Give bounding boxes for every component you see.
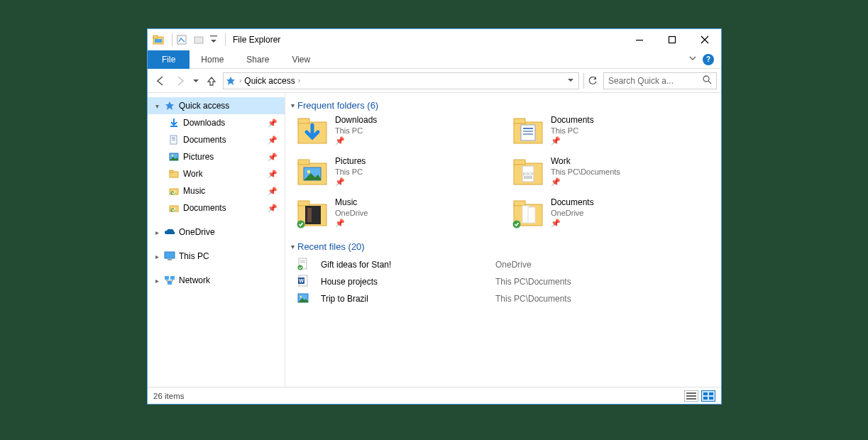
svg-marker-8 xyxy=(226,77,235,85)
status-bar: 26 items xyxy=(148,387,721,404)
details-view-button[interactable] xyxy=(684,390,698,402)
breadcrumb-separator-icon[interactable]: › xyxy=(239,77,241,84)
file-location: This PC\Documents xyxy=(495,294,714,304)
folder-location: This PC xyxy=(335,126,377,135)
tree-item-documents[interactable]: Documents 📌 xyxy=(148,131,285,148)
svg-text:W: W xyxy=(299,278,304,283)
tree-item-music[interactable]: Music 📌 xyxy=(148,182,285,199)
tree-item-pictures[interactable]: Pictures 📌 xyxy=(148,148,285,165)
svg-rect-34 xyxy=(521,125,535,141)
tree-quick-access[interactable]: ▾ Quick access xyxy=(148,97,285,114)
svg-rect-25 xyxy=(165,252,175,258)
svg-rect-2 xyxy=(155,39,162,43)
chevron-down-icon[interactable]: ▾ xyxy=(152,102,162,110)
svg-rect-27 xyxy=(165,276,169,280)
address-dropdown-icon[interactable] xyxy=(567,76,574,86)
tree-label: This PC xyxy=(177,251,209,261)
chevron-right-icon[interactable]: ▸ xyxy=(152,229,162,236)
chevron-down-icon[interactable]: ▾ xyxy=(291,243,295,251)
pin-icon: 📌 xyxy=(268,153,278,162)
navigation-pane: ▾ Quick access Downloads 📌 Documents 📌 xyxy=(148,93,285,387)
svg-rect-59 xyxy=(300,262,305,263)
svg-rect-68 xyxy=(686,398,696,400)
folder-item[interactable]: Pictures This PC 📌 xyxy=(297,156,498,187)
tree-item-downloads[interactable]: Downloads 📌 xyxy=(148,114,285,131)
svg-rect-5 xyxy=(210,35,217,36)
ribbon-expand-icon[interactable] xyxy=(688,54,697,65)
tree-label: OneDrive xyxy=(177,227,215,237)
svg-rect-29 xyxy=(167,281,172,285)
file-location: OneDrive xyxy=(495,260,714,270)
folder-item[interactable]: Documents This PC 📌 xyxy=(512,115,714,146)
recent-locations-button[interactable] xyxy=(192,77,200,84)
word-file-icon: W xyxy=(297,275,317,290)
window-title: File Explorer xyxy=(233,35,280,45)
folder-item[interactable]: Music OneDrive 📌 xyxy=(297,197,498,229)
folder-thumb-music-icon xyxy=(297,197,328,229)
svg-rect-14 xyxy=(172,137,175,138)
folder-item[interactable]: DOCX Work This PC\Documents 📌 xyxy=(512,156,714,187)
pin-icon: 📌 xyxy=(551,219,594,228)
tree-label: Documents xyxy=(182,135,226,145)
ribbon-tab-view[interactable]: View xyxy=(280,50,322,69)
svg-rect-28 xyxy=(170,276,175,280)
svg-rect-1 xyxy=(153,35,158,38)
svg-rect-69 xyxy=(703,392,708,395)
chevron-right-icon[interactable]: ▸ xyxy=(152,253,162,260)
svg-point-41 xyxy=(307,170,310,173)
tree-network[interactable]: ▸ Network xyxy=(148,272,285,289)
forward-button[interactable] xyxy=(172,72,189,89)
content-pane[interactable]: ▾ Frequent folders (6) Downloads This PC… xyxy=(285,93,721,387)
chevron-down-icon[interactable]: ▾ xyxy=(291,101,295,109)
chevron-right-icon[interactable]: ▸ xyxy=(152,277,162,285)
svg-rect-66 xyxy=(686,392,696,394)
ribbon-tab-home[interactable]: Home xyxy=(189,50,235,69)
file-explorer-window: File Explorer File Home Share View ? xyxy=(147,28,722,405)
minimize-button[interactable] xyxy=(623,29,656,50)
tree-item-documents-od[interactable]: Documents 📌 xyxy=(148,199,285,216)
file-row[interactable]: Trip to Brazil This PC\Documents xyxy=(297,290,714,307)
svg-rect-15 xyxy=(172,138,175,139)
folder-thumb-docx-icon: DOCX xyxy=(512,156,544,187)
folder-item[interactable]: Downloads This PC 📌 xyxy=(297,115,498,146)
help-icon[interactable]: ? xyxy=(703,54,714,65)
ribbon-tab-share[interactable]: Share xyxy=(235,50,280,69)
search-box[interactable]: Search Quick a... xyxy=(603,72,717,89)
icons-view-button[interactable] xyxy=(701,390,715,402)
file-row[interactable]: Gift ideas for Stan! OneDrive xyxy=(297,256,714,273)
qat-dropdown-icon[interactable] xyxy=(209,33,218,46)
new-folder-icon[interactable] xyxy=(192,33,205,46)
pin-icon: 📌 xyxy=(551,177,620,187)
svg-rect-12 xyxy=(170,126,177,127)
address-bar[interactable]: › Quick access › xyxy=(223,72,579,89)
file-row[interactable]: W House projects This PC\Documents xyxy=(297,273,714,290)
close-button[interactable] xyxy=(688,29,721,50)
app-icon xyxy=(152,33,165,46)
tree-this-pc[interactable]: ▸ This PC xyxy=(148,248,285,265)
back-button[interactable] xyxy=(152,72,169,89)
folder-item[interactable]: Documents OneDrive 📌 xyxy=(512,197,714,229)
properties-icon[interactable] xyxy=(175,33,188,46)
folder-thumb-folder-icon xyxy=(512,197,544,229)
ribbon-tabs: File Home Share View ? xyxy=(148,50,721,69)
group-header-frequent[interactable]: ▾ Frequent folders (6) xyxy=(291,100,714,111)
breadcrumb-item[interactable]: Quick access xyxy=(244,76,295,86)
search-icon xyxy=(703,75,712,87)
refresh-button[interactable] xyxy=(583,73,600,89)
recent-files-list: Gift ideas for Stan! OneDrive W House pr… xyxy=(291,256,714,307)
pin-icon: 📌 xyxy=(268,119,278,128)
tree-item-work[interactable]: Work 📌 xyxy=(148,165,285,182)
ribbon-tab-file[interactable]: File xyxy=(148,50,189,69)
image-file-icon xyxy=(297,292,317,307)
pin-icon: 📌 xyxy=(268,187,278,196)
svg-rect-26 xyxy=(167,259,172,260)
document-sync-icon xyxy=(167,203,180,213)
file-name: Gift ideas for Stan! xyxy=(321,260,491,270)
maximize-button[interactable] xyxy=(656,29,688,50)
svg-rect-67 xyxy=(686,395,696,397)
group-header-recent[interactable]: ▾ Recent files (20) xyxy=(291,241,714,252)
tree-onedrive[interactable]: ▸ OneDrive xyxy=(148,224,285,241)
breadcrumb-separator-icon[interactable]: › xyxy=(298,77,300,84)
tree-label: Work xyxy=(182,169,203,179)
up-button[interactable] xyxy=(203,72,220,89)
